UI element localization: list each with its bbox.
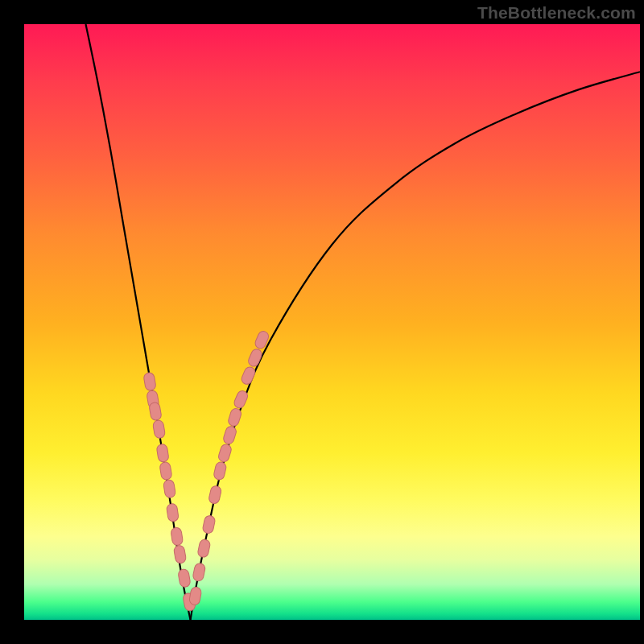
bead-marker [208, 485, 222, 504]
curve-layer [24, 24, 640, 620]
chart-frame: TheBottleneck.com [0, 0, 644, 644]
bead-marker [202, 515, 216, 535]
bead-marker [178, 568, 192, 588]
bead-marker [222, 425, 237, 445]
bead-marker [171, 527, 184, 547]
bead-marker [240, 365, 257, 386]
bead-marker [213, 461, 227, 481]
bead-marker [156, 444, 169, 463]
bead-markers [143, 330, 270, 612]
bead-marker [143, 372, 157, 391]
bead-marker [254, 330, 270, 350]
bead-marker [217, 443, 233, 463]
bead-marker [163, 479, 175, 498]
bead-marker [173, 545, 187, 564]
bead-marker [152, 419, 166, 439]
bead-marker [188, 586, 202, 605]
bead-marker [149, 402, 163, 421]
bead-marker [247, 348, 264, 368]
bead-marker [197, 539, 211, 558]
plot-area [24, 24, 640, 620]
bead-marker [166, 503, 179, 522]
watermark-text: TheBottleneck.com [477, 3, 636, 23]
bead-marker [192, 563, 206, 582]
bead-marker [159, 461, 172, 481]
bead-marker [227, 407, 242, 427]
